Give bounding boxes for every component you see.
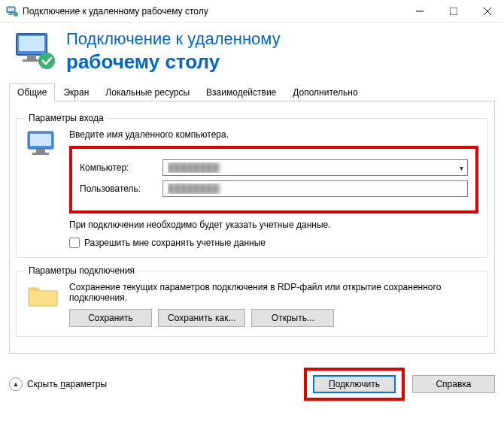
close-button[interactable]	[470, 0, 504, 22]
dialog-title-line1: Подключение к удаленному	[66, 29, 281, 48]
highlight-box-connect: Подключить	[304, 368, 405, 401]
svg-point-4	[14, 12, 18, 17]
help-button[interactable]: Справка	[412, 375, 495, 393]
svg-rect-10	[19, 36, 44, 51]
user-input[interactable]	[162, 180, 468, 197]
tab-interaction[interactable]: Взаимодействие	[198, 83, 284, 101]
svg-rect-1	[8, 8, 14, 11]
hide-params-label: Скрыть параметры	[27, 379, 107, 389]
svg-rect-16	[36, 149, 45, 153]
save-credentials-checkbox[interactable]	[69, 238, 80, 248]
svg-rect-17	[32, 153, 49, 155]
dialog-title-line2: рабочему столу	[66, 50, 220, 73]
window-title: Подключение к удаленному рабочему столу	[23, 6, 402, 17]
svg-rect-6	[450, 8, 457, 15]
bottom-bar: ▲ Скрыть параметры Подключить Справка	[9, 368, 495, 401]
connection-buttons: Сохранить Сохранить как... Открыть...	[69, 309, 478, 327]
svg-rect-15	[30, 134, 51, 146]
titlebar: Подключение к удаленному рабочему столу	[0, 0, 504, 23]
tab-panel-general: Параметры входа Введите имя удаленного к…	[9, 101, 495, 354]
folder-icon	[26, 282, 60, 327]
svg-rect-11	[27, 55, 36, 59]
highlight-box-fields: Компьютер: ▾ Пользователь:	[69, 146, 478, 213]
collapse-arrow-icon: ▲	[9, 377, 23, 391]
svg-rect-12	[23, 59, 41, 62]
window-controls	[402, 0, 504, 22]
save-as-button[interactable]: Сохранить как...	[158, 309, 245, 327]
computer-row: Компьютер: ▾	[80, 159, 468, 176]
maximize-button[interactable]	[436, 0, 470, 22]
computer-label: Компьютер:	[80, 162, 155, 173]
tab-bar: Общие Экран Локальные ресурсы Взаимодейс…	[9, 83, 495, 101]
save-credentials-row: Разрешить мне сохранять учетные данные	[69, 238, 478, 248]
connection-group: Параметры подключения Сохранение текущих…	[16, 265, 488, 337]
rdp-large-icon	[14, 29, 57, 73]
dialog-header: Подключение к удаленному рабочему столу	[0, 23, 504, 83]
user-label: Пользователь:	[80, 183, 155, 194]
computer-icon	[26, 129, 60, 248]
computer-input[interactable]	[162, 159, 468, 176]
tab-local-resources[interactable]: Локальные ресурсы	[97, 83, 198, 101]
user-row: Пользователь:	[80, 180, 468, 197]
connection-group-legend: Параметры подключения	[26, 265, 138, 276]
rdp-app-icon	[6, 5, 18, 17]
tab-advanced[interactable]: Дополнительно	[284, 83, 366, 101]
svg-point-13	[38, 53, 55, 69]
hide-params-link[interactable]: ▲ Скрыть параметры	[9, 377, 107, 391]
login-intro: Введите имя удаленного компьютера.	[69, 129, 478, 140]
save-credentials-label: Разрешить мне сохранять учетные данные	[84, 238, 266, 248]
tab-screen[interactable]: Экран	[55, 83, 97, 101]
computer-combo[interactable]: ▾	[162, 159, 468, 176]
svg-rect-3	[8, 14, 14, 15]
login-group-legend: Параметры входа	[26, 113, 107, 123]
minimize-button[interactable]	[402, 0, 436, 22]
open-button[interactable]: Открыть...	[251, 309, 334, 327]
connection-desc: Сохранение текущих параметров подключени…	[69, 282, 478, 303]
credentials-hint: При подключении необходимо будет указать…	[69, 220, 478, 230]
tab-general[interactable]: Общие	[9, 83, 55, 101]
save-button[interactable]: Сохранить	[69, 309, 152, 327]
dialog-title: Подключение к удаленному рабочему столу	[66, 29, 281, 74]
svg-rect-2	[10, 13, 12, 14]
login-group: Параметры входа Введите имя удаленного к…	[16, 113, 488, 258]
connect-button[interactable]: Подключить	[313, 375, 396, 393]
